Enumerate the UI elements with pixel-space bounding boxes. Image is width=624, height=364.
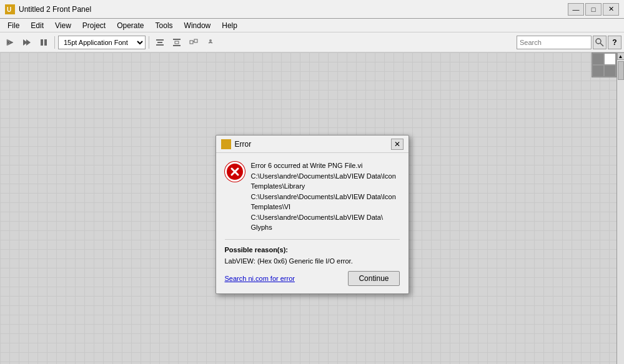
svg-rect-14	[190, 41, 193, 44]
minimize-button[interactable]: —	[568, 3, 584, 16]
svg-text:U: U	[7, 6, 11, 13]
error-message: Error 6 occurred at Write PNG File.vi C:…	[251, 160, 396, 233]
menu-help[interactable]: Help	[217, 20, 242, 31]
reorder-button[interactable]	[203, 35, 218, 50]
menu-edit[interactable]: Edit	[26, 20, 49, 31]
close-button[interactable]: ✕	[603, 3, 619, 16]
svg-rect-20	[221, 139, 231, 149]
menu-tools[interactable]: Tools	[151, 20, 178, 31]
error-line-2: C:\Users\andre\Documents\LabVIEW Data\Ic…	[251, 172, 396, 180]
error-dialog: Error ✕	[215, 135, 409, 294]
error-icon	[225, 162, 245, 182]
dist-button[interactable]	[169, 35, 184, 50]
dialog-close-button[interactable]: ✕	[391, 139, 404, 150]
svg-marker-5	[26, 39, 31, 46]
svg-rect-12	[175, 41, 179, 44]
svg-rect-15	[194, 39, 197, 42]
error-line-5: Templates\VI	[251, 203, 291, 210]
dialog-overlay: Error ✕	[0, 52, 624, 364]
window-title: Untitled 2 Front Panel	[19, 5, 568, 14]
svg-rect-11	[173, 39, 181, 40]
toolbar: 15pt Application Font	[0, 32, 624, 52]
run-cont-button[interactable]	[19, 35, 34, 50]
dialog-footer: Search ni.com for error Continue	[225, 271, 400, 286]
continue-button[interactable]: Continue	[348, 271, 399, 286]
help-button[interactable]: ?	[608, 36, 622, 49]
svg-rect-6	[41, 39, 43, 46]
error-line-4: C:\Users\andre\Documents\LabVIEW Data\Ic…	[251, 193, 396, 200]
search-box: ?	[517, 36, 622, 49]
separator-2	[149, 36, 149, 49]
title-bar: U Untitled 2 Front Panel — □ ✕	[0, 0, 624, 19]
search-button[interactable]	[593, 36, 607, 49]
error-line-3: Templates\Library	[251, 182, 305, 190]
menu-file[interactable]: File	[2, 20, 24, 31]
search-link[interactable]: Search ni.com for error	[225, 275, 295, 282]
search-input[interactable]	[517, 36, 592, 49]
menu-window[interactable]: Window	[179, 20, 216, 31]
error-detail: LabVIEW: (Hex 0x6) Generic file I/O erro…	[225, 257, 400, 265]
window-controls: — □ ✕	[568, 3, 619, 16]
separator-1	[54, 36, 55, 49]
dialog-title-bar: Error ✕	[216, 135, 409, 153]
svg-line-19	[600, 43, 603, 46]
app-icon: U	[5, 4, 15, 14]
canvas-grid: ▲ Error ✕	[0, 52, 624, 364]
menu-project[interactable]: Project	[77, 20, 111, 31]
dialog-separator	[225, 239, 400, 240]
dialog-content: Error 6 occurred at Write PNG File.vi C:…	[225, 160, 400, 233]
svg-point-18	[596, 39, 601, 44]
svg-rect-8	[156, 39, 164, 41]
svg-rect-9	[157, 42, 162, 43]
run-button[interactable]	[2, 35, 17, 50]
dialog-icon	[221, 139, 231, 149]
svg-rect-7	[44, 39, 47, 46]
svg-rect-10	[156, 44, 164, 46]
error-line-7: Glyphs	[251, 224, 272, 231]
menu-operate[interactable]: Operate	[112, 20, 149, 31]
align-button[interactable]	[152, 35, 167, 50]
error-line-1: Error 6 occurred at Write PNG File.vi	[251, 162, 363, 169]
possible-reasons-label: Possible reason(s):	[225, 246, 400, 253]
error-line-6: C:\Users\andre\Documents\LabVIEW Data\	[251, 214, 384, 221]
dialog-body: Error 6 occurred at Write PNG File.vi C:…	[216, 153, 409, 293]
pause-button[interactable]	[36, 35, 51, 50]
restore-button[interactable]: □	[585, 3, 602, 16]
resize-button[interactable]	[186, 35, 201, 50]
canvas-area: ▲ Error ✕	[0, 52, 624, 364]
dialog-title: Error	[235, 140, 391, 149]
menu-view[interactable]: View	[50, 20, 76, 31]
menu-bar: File Edit View Project Operate Tools Win…	[0, 19, 624, 32]
svg-rect-13	[173, 45, 181, 46]
svg-point-17	[209, 39, 212, 42]
font-selector[interactable]: 15pt Application Font	[58, 36, 146, 49]
